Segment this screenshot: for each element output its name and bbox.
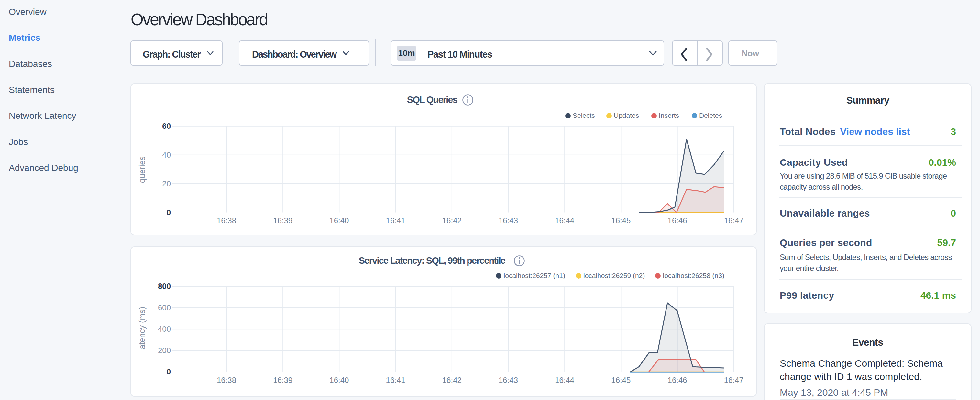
svg-text:queries: queries	[137, 156, 146, 183]
svg-text:latency (ms): latency (ms)	[137, 307, 146, 351]
svg-text:600: 600	[158, 303, 171, 312]
svg-text:16:44: 16:44	[555, 216, 574, 225]
svg-text:200: 200	[158, 346, 171, 355]
svg-text:40: 40	[162, 150, 171, 159]
svg-text:20: 20	[162, 179, 171, 188]
svg-text:400: 400	[158, 325, 171, 333]
svg-text:16:46: 16:46	[668, 376, 687, 384]
svg-text:16:43: 16:43	[499, 376, 518, 384]
svg-text:16:38: 16:38	[217, 376, 236, 384]
svg-text:16:47: 16:47	[724, 216, 743, 225]
svg-text:16:42: 16:42	[442, 376, 462, 384]
svg-text:16:42: 16:42	[442, 216, 462, 225]
svg-text:0: 0	[167, 367, 171, 376]
svg-text:16:40: 16:40	[329, 376, 349, 384]
svg-text:800: 800	[158, 282, 171, 291]
svg-text:16:45: 16:45	[611, 376, 631, 384]
svg-text:16:41: 16:41	[386, 376, 406, 384]
svg-text:60: 60	[162, 122, 171, 131]
svg-text:16:44: 16:44	[555, 376, 574, 384]
svg-text:16:40: 16:40	[329, 216, 349, 225]
svg-text:16:41: 16:41	[386, 216, 406, 225]
svg-text:16:47: 16:47	[724, 376, 743, 384]
svg-text:16:43: 16:43	[499, 216, 518, 225]
svg-text:16:39: 16:39	[273, 216, 293, 225]
svg-text:16:39: 16:39	[273, 376, 293, 384]
svg-text:16:46: 16:46	[668, 216, 687, 225]
svg-text:0: 0	[167, 208, 171, 217]
svg-text:16:45: 16:45	[611, 216, 631, 225]
svg-text:16:38: 16:38	[217, 216, 236, 225]
